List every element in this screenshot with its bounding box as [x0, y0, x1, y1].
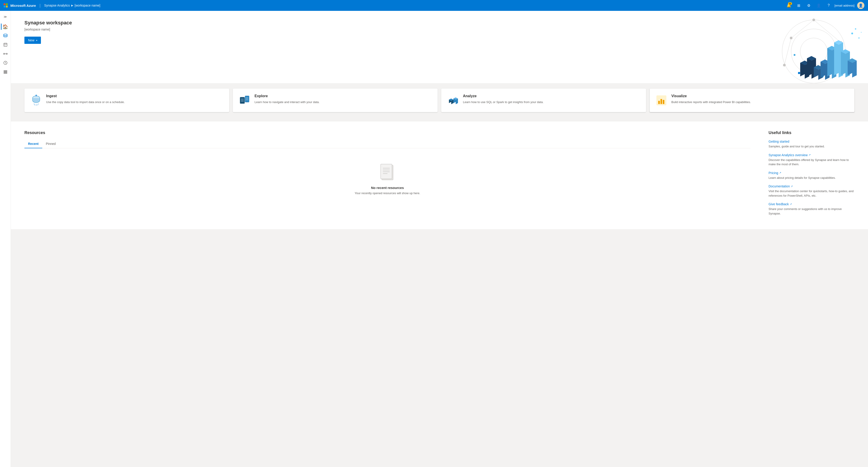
new-button[interactable]: New ▾ — [24, 37, 41, 44]
svg-rect-11 — [4, 73, 7, 73]
new-button-label: New — [28, 38, 34, 42]
empty-resources: No recent resources Your recently opened… — [24, 148, 750, 204]
workspace-title: Synapse workspace — [24, 20, 855, 26]
card-ingest-body: Ingest Use the copy data tool to import … — [46, 94, 224, 104]
card-analyze-body: Analyze Learn how to use SQL or Spark to… — [463, 94, 641, 104]
link-getting-started: Getting started Samples, guide and tour … — [769, 140, 855, 149]
svg-rect-82 — [381, 164, 392, 179]
link-pricing-external-icon: ↗ — [779, 172, 781, 174]
breadcrumb-workspace[interactable]: [workspace name] — [74, 4, 100, 7]
link-feedback-desc: Share your comments or suggestions with … — [769, 207, 855, 216]
sidebar-item-develop[interactable] — [1, 41, 9, 49]
tab-recent[interactable]: Recent — [24, 140, 42, 148]
links-title: Useful links — [769, 130, 855, 135]
main-content: Synapse workspace [workspace name] New ▾ — [11, 11, 868, 467]
topnav: Microsoft Azure | Synapse Analytics ▶ [w… — [0, 0, 868, 11]
link-overview-title[interactable]: Synapse Analytics overview ↗ — [769, 153, 855, 157]
links-section: Useful links Getting started Samples, gu… — [769, 130, 855, 220]
card-analyze[interactable]: Analyze Learn how to use SQL or Spark to… — [441, 89, 646, 112]
brand-separator: | — [39, 3, 41, 8]
link-getting-started-desc: Samples, guide and tour to get you start… — [769, 144, 855, 149]
card-visualize-title: Visualize — [671, 94, 849, 98]
empty-resources-desc: Your recently opened resources will show… — [355, 191, 420, 195]
svg-rect-63 — [245, 96, 249, 102]
svg-point-54 — [858, 37, 860, 39]
sidebar-item-manage[interactable] — [1, 68, 9, 76]
topnav-actions: 🔔 11 ⊞ ⚙ 👤 ? [email address] 👤 — [785, 1, 864, 9]
notification-icon[interactable]: 🔔 11 — [785, 1, 793, 9]
card-ingest[interactable]: Ingest Use the copy data tool to import … — [24, 89, 229, 112]
app-layout: ≫ 🏠 Synapse workspace [workspace name] N… — [0, 11, 868, 467]
svg-marker-41 — [827, 46, 832, 76]
analyze-icon — [447, 94, 459, 107]
svg-point-5 — [3, 53, 4, 55]
brand-label: Microsoft Azure — [10, 4, 36, 7]
card-ingest-title: Ingest — [46, 94, 224, 98]
sidebar-toggle[interactable]: ≫ — [1, 13, 9, 21]
notification-badge: 11 — [788, 2, 792, 5]
svg-rect-78 — [658, 101, 660, 104]
empty-resources-icon — [378, 162, 397, 182]
cards-row: Ingest Use the copy data tool to import … — [24, 83, 855, 112]
card-visualize-body: Visualize Build interactive reports with… — [671, 94, 849, 104]
link-pricing-title[interactable]: Pricing ↗ — [769, 171, 855, 175]
svg-point-0 — [4, 34, 7, 35]
svg-rect-61 — [240, 97, 245, 103]
svg-rect-9 — [4, 70, 7, 71]
manage-icon — [3, 70, 8, 74]
link-documentation-external-icon: ↗ — [791, 185, 793, 188]
link-documentation: Documentation ↗ Visit the documentation … — [769, 184, 855, 198]
link-documentation-desc: Visit the documentation center for quick… — [769, 189, 855, 198]
svg-point-55 — [855, 28, 856, 30]
svg-point-6 — [6, 53, 7, 55]
sidebar-item-home[interactable]: 🏠 — [1, 23, 9, 31]
card-visualize-desc: Build interactive reports with integrate… — [671, 100, 849, 104]
empty-resources-title: No recent resources — [371, 186, 404, 190]
sidebar: ≫ 🏠 — [0, 11, 11, 467]
settings-icon[interactable]: ⚙ — [805, 1, 813, 9]
tab-pinned[interactable]: Pinned — [42, 140, 59, 148]
explore-icon — [238, 94, 251, 107]
link-overview-external-icon: ↗ — [809, 154, 811, 156]
link-feedback-external-icon: ↗ — [790, 203, 792, 206]
breadcrumb-app[interactable]: Synapse Analytics — [44, 4, 70, 7]
svg-rect-79 — [660, 99, 662, 104]
brand: Microsoft Azure — [4, 3, 36, 7]
portal-switcher-icon[interactable]: ⊞ — [795, 1, 803, 9]
resources-section: Resources Recent Pinned No recen — [24, 130, 750, 220]
card-explore[interactable]: Explore Learn how to navigate and intera… — [233, 89, 438, 112]
user-icon[interactable]: 👤 — [815, 1, 823, 9]
help-icon[interactable]: ? — [825, 1, 833, 9]
card-ingest-desc: Use the copy data tool to import data on… — [46, 100, 224, 104]
link-overview-desc: Discover the capabilities offered by Syn… — [769, 158, 855, 166]
card-explore-body: Explore Learn how to navigate and intera… — [254, 94, 432, 104]
svg-point-23 — [783, 64, 786, 66]
sidebar-item-data[interactable] — [1, 32, 9, 40]
breadcrumb-arrow: ▶ — [71, 4, 73, 7]
resources-title: Resources — [24, 130, 750, 135]
link-pricing-desc: Learn about pricing details for Synapse … — [769, 176, 855, 180]
svg-rect-80 — [663, 100, 664, 104]
svg-point-56 — [861, 32, 862, 33]
avatar[interactable]: 👤 — [857, 2, 864, 9]
sidebar-item-integrate[interactable] — [1, 50, 9, 58]
svg-marker-44 — [834, 40, 839, 75]
monitor-icon — [3, 61, 8, 65]
breadcrumb: Synapse Analytics ▶ [workspace name] — [44, 4, 100, 7]
card-visualize[interactable]: Visualize Build interactive reports with… — [650, 89, 855, 112]
ingest-icon — [30, 94, 42, 107]
sidebar-item-monitor[interactable] — [1, 59, 9, 67]
hero-text: Synapse workspace [workspace name] New ▾ — [24, 20, 855, 44]
link-feedback-title[interactable]: Give feedback ↗ — [769, 202, 855, 206]
data-icon — [3, 33, 8, 38]
user-email: [email address] — [835, 4, 855, 7]
link-getting-started-title[interactable]: Getting started — [769, 140, 855, 143]
card-analyze-desc: Learn how to use SQL or Spark to get ins… — [463, 100, 641, 104]
card-analyze-title: Analyze — [463, 94, 641, 98]
svg-marker-52 — [852, 61, 857, 77]
svg-point-28 — [794, 54, 796, 56]
link-documentation-title[interactable]: Documentation ↗ — [769, 184, 855, 188]
develop-icon — [3, 42, 8, 47]
bottom-section: Resources Recent Pinned No recen — [11, 121, 868, 229]
resources-tabs: Recent Pinned — [24, 140, 750, 148]
